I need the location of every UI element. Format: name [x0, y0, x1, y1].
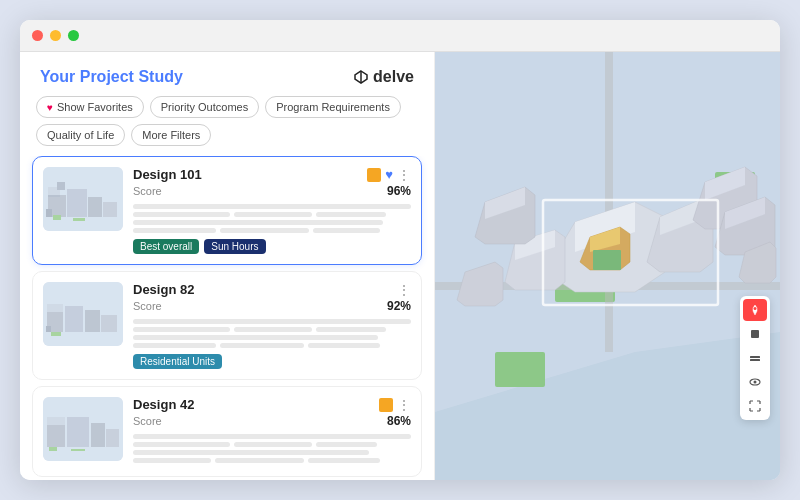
- filter-bar: ♥ Show Favorites Priority Outcomes Progr…: [20, 96, 434, 156]
- svg-rect-41: [495, 352, 545, 387]
- line-b1: [133, 434, 411, 439]
- card-top-101: Design 101 ♥ ⋮: [133, 167, 411, 182]
- svg-rect-27: [71, 449, 85, 451]
- svg-rect-10: [46, 209, 52, 217]
- map-controls: [740, 296, 770, 420]
- filter-label: Program Requirements: [276, 101, 390, 113]
- svg-rect-7: [103, 202, 117, 217]
- design-card-42[interactable]: Design 42 ⋮ Score 86%: [32, 386, 422, 477]
- svg-point-67: [754, 381, 757, 384]
- filter-label: Show Favorites: [57, 101, 133, 113]
- lines-group-c: [133, 442, 411, 447]
- score-row-42: Score 86%: [133, 414, 411, 428]
- svg-marker-28: [47, 417, 65, 425]
- svg-rect-15: [65, 306, 83, 332]
- heart-icon-101[interactable]: ♥: [385, 167, 393, 182]
- svg-rect-22: [47, 425, 65, 447]
- logo-text: delve: [373, 68, 414, 86]
- tags-82: Residential Units: [133, 354, 411, 369]
- svg-rect-65: [750, 359, 760, 361]
- design-thumb-42: [43, 397, 123, 461]
- line-a6: [133, 343, 216, 348]
- line-b8: [308, 458, 380, 463]
- lines-group-b: [133, 343, 411, 348]
- filter-priority-outcomes[interactable]: Priority Outcomes: [150, 96, 259, 118]
- more-menu-101[interactable]: ⋮: [397, 168, 411, 182]
- bookmark-icon-101[interactable]: [367, 168, 381, 182]
- score-row-82: Score 92%: [133, 299, 411, 313]
- svg-point-62: [754, 307, 757, 310]
- svg-rect-9: [73, 218, 85, 221]
- line-a2: [133, 327, 230, 332]
- lines-group-a: [133, 327, 411, 332]
- minimize-dot[interactable]: [50, 30, 61, 41]
- designs-list: Design 101 ♥ ⋮ Score 96%: [20, 156, 434, 480]
- svg-rect-23: [67, 417, 89, 447]
- line-a4: [316, 327, 386, 332]
- design-name-101: Design 101: [133, 167, 202, 182]
- svg-rect-25: [106, 429, 119, 447]
- app-body: Your Project Study delve ♥ Show Favorite…: [20, 52, 780, 480]
- map-btn-expand[interactable]: [743, 395, 767, 417]
- design-name-42: Design 42: [133, 397, 194, 412]
- card-top-82: Design 82 ⋮: [133, 282, 411, 297]
- score-value-82: 92%: [387, 299, 411, 313]
- bookmark-icon-42[interactable]: [379, 398, 393, 412]
- map-area[interactable]: [435, 52, 780, 480]
- svg-rect-6: [88, 197, 102, 217]
- design-name-82: Design 82: [133, 282, 194, 297]
- logo: delve: [353, 68, 414, 86]
- map-btn-eye[interactable]: [743, 371, 767, 393]
- score-label-82: Score: [133, 300, 162, 312]
- svg-rect-43: [605, 52, 613, 352]
- svg-rect-16: [85, 310, 100, 332]
- tag-residential: Residential Units: [133, 354, 222, 369]
- map-btn-layers[interactable]: [743, 347, 767, 369]
- more-menu-42[interactable]: ⋮: [397, 398, 411, 412]
- line-b2: [133, 442, 230, 447]
- lines-group-1: [133, 212, 411, 217]
- svg-rect-17: [101, 315, 117, 332]
- svg-rect-19: [46, 326, 51, 332]
- design-card-101[interactable]: Design 101 ♥ ⋮ Score 96%: [32, 156, 422, 265]
- card-actions-42: ⋮: [379, 398, 411, 412]
- score-label-42: Score: [133, 415, 162, 427]
- svg-rect-18: [51, 332, 61, 336]
- line-a3: [234, 327, 312, 332]
- filter-more-filters[interactable]: More Filters: [131, 124, 211, 146]
- card-actions-82: ⋮: [397, 283, 411, 297]
- line-2: [133, 212, 230, 217]
- header: Your Project Study delve: [20, 52, 434, 96]
- line-a7: [220, 343, 303, 348]
- filter-label: Priority Outcomes: [161, 101, 248, 113]
- svg-rect-8: [53, 215, 61, 220]
- lines-group-2: [133, 228, 411, 233]
- score-row-101: Score 96%: [133, 184, 411, 198]
- map-btn-square[interactable]: [743, 323, 767, 345]
- filter-show-favorites[interactable]: ♥ Show Favorites: [36, 96, 144, 118]
- heart-icon: ♥: [47, 102, 53, 113]
- svg-marker-20: [47, 304, 63, 312]
- tag-best-overall: Best overall: [133, 239, 199, 254]
- svg-rect-63: [751, 330, 759, 338]
- line-b6: [133, 458, 211, 463]
- filter-label: Quality of Life: [47, 129, 114, 141]
- more-menu-82[interactable]: ⋮: [397, 283, 411, 297]
- map-btn-pin[interactable]: [743, 299, 767, 321]
- maximize-dot[interactable]: [68, 30, 79, 41]
- svg-rect-64: [750, 356, 760, 358]
- design-card-82[interactable]: Design 82 ⋮ Score 92%: [32, 271, 422, 380]
- line-b5: [133, 450, 369, 455]
- filter-quality-of-life[interactable]: Quality of Life: [36, 124, 125, 146]
- close-dot[interactable]: [32, 30, 43, 41]
- score-value-42: 86%: [387, 414, 411, 428]
- line-4: [316, 212, 386, 217]
- svg-rect-24: [91, 423, 105, 447]
- line-b4: [316, 442, 377, 447]
- line-b3: [234, 442, 312, 447]
- card-content-101: Design 101 ♥ ⋮ Score 96%: [133, 167, 411, 254]
- filter-program-requirements[interactable]: Program Requirements: [265, 96, 401, 118]
- line-b7: [215, 458, 304, 463]
- line-8: [313, 228, 380, 233]
- tags-101: Best overall Sun Hours: [133, 239, 411, 254]
